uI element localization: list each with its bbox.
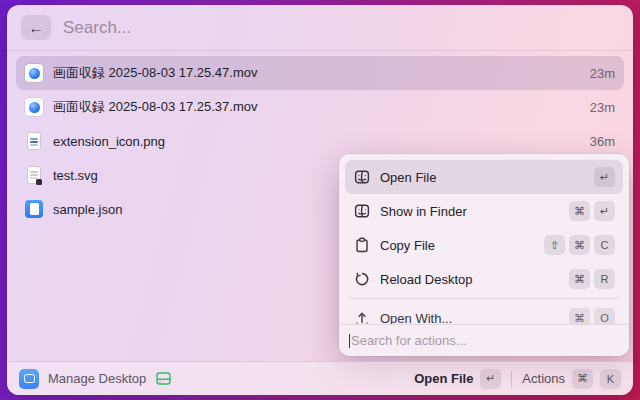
open-with-icon <box>353 310 370 325</box>
cmd-key-badge: ⌘ <box>572 369 593 389</box>
search-header: ← Search... <box>7 5 633 51</box>
c-key-badge: C <box>594 235 615 255</box>
cmd-key-badge: ⌘ <box>569 201 590 221</box>
primary-action-label[interactable]: Open File <box>414 371 473 386</box>
file-row-mov-1[interactable]: 画面収録 2025-08-03 17.25.47.mov 23m <box>16 56 624 90</box>
cmd-key-badge: ⌘ <box>569 269 590 289</box>
file-row-mov-2[interactable]: 画面収録 2025-08-03 17.25.37.mov 23m <box>16 90 624 124</box>
action-show-in-finder[interactable]: Show in Finder ⌘ ↵ <box>345 194 623 228</box>
text-cursor <box>349 334 350 348</box>
launcher-window: ← Search... 画面収録 2025-08-03 17.25.47.mov… <box>7 5 633 395</box>
actions-search-input[interactable]: Search for actions... <box>339 324 629 356</box>
action-label: Show in Finder <box>380 204 559 219</box>
file-name: 画面収録 2025-08-03 17.25.37.mov <box>53 98 580 116</box>
file-row-png[interactable]: extension_icon.png 36m <box>16 124 624 158</box>
shift-key-badge: ⇧ <box>544 235 565 255</box>
actions-search-placeholder: Search for actions... <box>351 333 467 348</box>
status-bar: Manage Desktop Open File ↵ Actions ⌘ K <box>7 361 633 395</box>
file-name: extension_icon.png <box>53 134 580 149</box>
action-open-with[interactable]: Open With... ⌘ O <box>345 301 623 324</box>
actions-panel: Open File ↵ Show in Finder <box>339 154 629 356</box>
action-label: Open With... <box>380 311 559 325</box>
k-key-badge: K <box>600 369 621 389</box>
back-button[interactable]: ← <box>21 15 51 40</box>
finder-icon <box>353 203 370 220</box>
file-age: 36m <box>590 134 615 149</box>
png-file-icon <box>25 132 43 150</box>
finder-icon <box>353 169 370 186</box>
action-label: Copy File <box>380 238 534 253</box>
action-copy-file[interactable]: Copy File ⇧ ⌘ C <box>345 228 623 262</box>
cmd-key-badge: ⌘ <box>569 235 590 255</box>
action-reload-desktop[interactable]: Reload Desktop ⌘ R <box>345 262 623 296</box>
r-key-badge: R <box>594 269 615 289</box>
mov-file-icon <box>25 64 43 82</box>
o-key-badge: O <box>594 308 615 324</box>
cmd-key-badge: ⌘ <box>569 308 590 324</box>
statusbar-divider <box>511 371 512 387</box>
app-name: Manage Desktop <box>48 371 146 386</box>
json-file-icon <box>25 200 43 218</box>
clipboard-icon <box>353 237 370 254</box>
return-key-badge: ↵ <box>594 201 615 221</box>
manage-desktop-app-icon[interactable] <box>19 369 39 389</box>
svg-file-icon <box>25 166 43 184</box>
return-key-badge: ↵ <box>594 167 615 187</box>
action-open-file[interactable]: Open File ↵ <box>345 160 623 194</box>
file-name: 画面収録 2025-08-03 17.25.47.mov <box>53 64 580 82</box>
file-age: 23m <box>590 66 615 81</box>
actions-list: Open File ↵ Show in Finder <box>339 154 629 324</box>
actions-menu-button[interactable]: Actions <box>522 371 565 386</box>
action-label: Reload Desktop <box>380 272 559 287</box>
mov-file-icon <box>25 98 43 116</box>
actions-divider <box>349 298 619 299</box>
search-input[interactable]: Search... <box>63 18 131 38</box>
disk-drive-icon <box>155 370 172 387</box>
return-key-badge: ↵ <box>480 369 501 389</box>
reload-icon <box>353 271 370 288</box>
file-age: 23m <box>590 100 615 115</box>
action-label: Open File <box>380 170 584 185</box>
back-arrow-icon: ← <box>29 19 44 36</box>
